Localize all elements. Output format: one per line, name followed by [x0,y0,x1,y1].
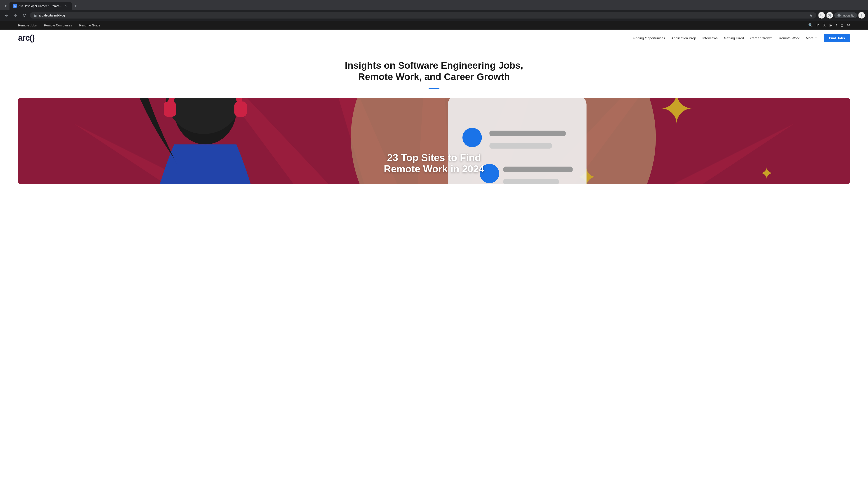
lock-icon [33,13,37,17]
nav-career-growth[interactable]: Career Growth [750,36,772,40]
nav-application-prep[interactable]: Application Prep [671,36,696,40]
svg-text:✦: ✦ [659,98,694,133]
tab-favicon: A [13,4,17,8]
svg-rect-35 [503,166,573,172]
find-jobs-button[interactable]: Find Jobs [824,34,850,42]
incognito-icon [837,13,841,18]
reload-button[interactable] [21,12,28,19]
youtube-icon[interactable]: ▶ [830,23,832,27]
active-tab: A Arc Developer Career & Remot... × [9,2,72,10]
topbar-navigation: Remote Jobs Remote Companies Resume Guid… [18,24,100,27]
svg-text:✦: ✦ [760,164,774,183]
featured-article-title: 23 Top Sites to Find Remote Work in 2024 [370,143,498,184]
topbar-nav-resume-guide[interactable]: Resume Guide [79,24,100,27]
nav-getting-hired[interactable]: Getting Hired [724,36,744,40]
nav-remote-work[interactable]: Remote Work [779,36,800,40]
site-topbar: Remote Jobs Remote Companies Resume Guid… [0,21,868,30]
forward-button[interactable] [12,12,19,19]
back-button[interactable] [3,12,10,19]
new-tab-button[interactable]: + [72,2,79,9]
address-bar[interactable]: arc.dev/talent-blog [30,12,816,19]
tab-title: Arc Developer Career & Remot... [19,4,62,8]
email-icon[interactable]: ✉ [847,23,850,27]
incognito-label: Incognito [842,14,855,17]
svg-rect-29 [235,101,247,117]
twitter-icon[interactable]: 𝕏 [823,23,826,27]
facebook-icon[interactable]: f [836,23,837,27]
nav-interviews[interactable]: Interviews [702,36,718,40]
svg-rect-33 [489,131,565,136]
linkedin-icon[interactable]: in [816,23,819,27]
extensions-button[interactable] [826,12,833,19]
browser-menu-button[interactable] [858,12,865,19]
hero-title: Insights on Software Engineering Jobs, R… [332,60,536,83]
chevron-down-icon [814,36,817,39]
svg-rect-36 [503,179,559,184]
social-links: 🔍 in 𝕏 ▶ f ◻ ✉ [808,23,850,27]
topbar-nav-remote-companies[interactable]: Remote Companies [44,24,72,27]
more-menu-button[interactable]: More [806,36,817,40]
search-toolbar-button[interactable] [818,12,825,19]
bookmark-star-icon [809,13,813,17]
topbar-nav-remote-jobs[interactable]: Remote Jobs [18,24,37,27]
tab-switcher[interactable]: ▼ [3,3,8,8]
svg-rect-34 [489,143,552,149]
featured-article-image[interactable]: ✦ ✦ ✦ ✦ ✦ ✦ [18,98,850,184]
incognito-badge[interactable]: Incognito [834,12,857,18]
search-topbar-icon[interactable]: 🔍 [808,23,813,27]
page-hero: Insights on Software Engineering Jobs, R… [0,46,868,98]
site-logo[interactable]: arc() [18,33,35,43]
tab-close-button[interactable]: × [64,4,68,8]
hero-divider [429,88,439,89]
main-navigation: Finding Opportunities Application Prep I… [633,34,850,42]
address-text: arc.dev/talent-blog [39,13,807,17]
svg-rect-28 [164,101,176,117]
nav-finding-opportunities[interactable]: Finding Opportunities [633,36,665,40]
site-header: arc() Finding Opportunities Application … [0,30,868,46]
instagram-icon[interactable]: ◻ [840,23,843,27]
